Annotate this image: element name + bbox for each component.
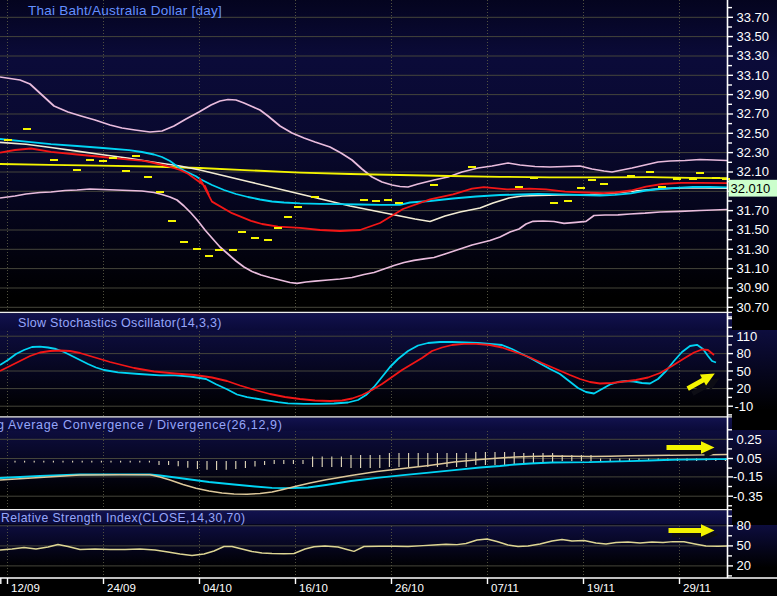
svg-text:32.010: 32.010	[731, 181, 771, 196]
svg-text:12/09: 12/09	[11, 582, 40, 594]
svg-text:50: 50	[737, 538, 751, 553]
svg-text:31.70: 31.70	[737, 203, 770, 218]
svg-text:31.50: 31.50	[737, 222, 770, 237]
svg-text:19/11: 19/11	[587, 582, 615, 594]
svg-text:30.70: 30.70	[737, 300, 770, 315]
svg-text:26/10: 26/10	[395, 582, 424, 594]
svg-text:33.30: 33.30	[737, 48, 770, 63]
svg-text:-0.15: -0.15	[733, 469, 763, 484]
svg-text:32.50: 32.50	[737, 126, 770, 141]
svg-text:31.10: 31.10	[737, 261, 770, 276]
svg-text:31.30: 31.30	[737, 242, 770, 257]
svg-text:33.70: 33.70	[737, 10, 770, 25]
svg-text:32.30: 32.30	[737, 145, 770, 160]
svg-text:-10: -10	[735, 399, 754, 414]
svg-text:0.25: 0.25	[737, 432, 762, 447]
svg-text:32.70: 32.70	[737, 106, 770, 121]
svg-text:16/10: 16/10	[299, 582, 328, 594]
svg-text:07/11: 07/11	[491, 582, 519, 594]
svg-text:29/11: 29/11	[683, 582, 711, 594]
svg-text:04/10: 04/10	[203, 582, 232, 594]
svg-text:32.90: 32.90	[737, 87, 770, 102]
svg-text:50: 50	[737, 364, 751, 379]
svg-text:33.50: 33.50	[737, 29, 770, 44]
svg-text:-0.35: -0.35	[733, 489, 763, 504]
svg-text:20: 20	[737, 558, 751, 573]
svg-text:20: 20	[737, 381, 751, 396]
svg-text:24/09: 24/09	[107, 582, 136, 594]
svg-text:110: 110	[737, 329, 758, 344]
svg-text:80: 80	[737, 518, 751, 533]
svg-text:30.90: 30.90	[737, 280, 770, 295]
svg-text:Relative Strength Index(CLOSE,: Relative Strength Index(CLOSE,14,30,70)	[1, 511, 246, 525]
svg-text:Thai Baht/Australia Dollar [da: Thai Baht/Australia Dollar [day]	[28, 3, 222, 18]
svg-text:0.05: 0.05	[737, 451, 762, 466]
svg-text:33.10: 33.10	[737, 68, 770, 83]
svg-text:80: 80	[737, 346, 751, 361]
svg-text:g Average Convergence / Diverg: g Average Convergence / Divergence(26,12…	[0, 418, 283, 432]
svg-text:32.10: 32.10	[737, 164, 770, 179]
svg-text:Slow Stochastics Oscillator(14: Slow Stochastics Oscillator(14,3,3)	[18, 316, 222, 330]
